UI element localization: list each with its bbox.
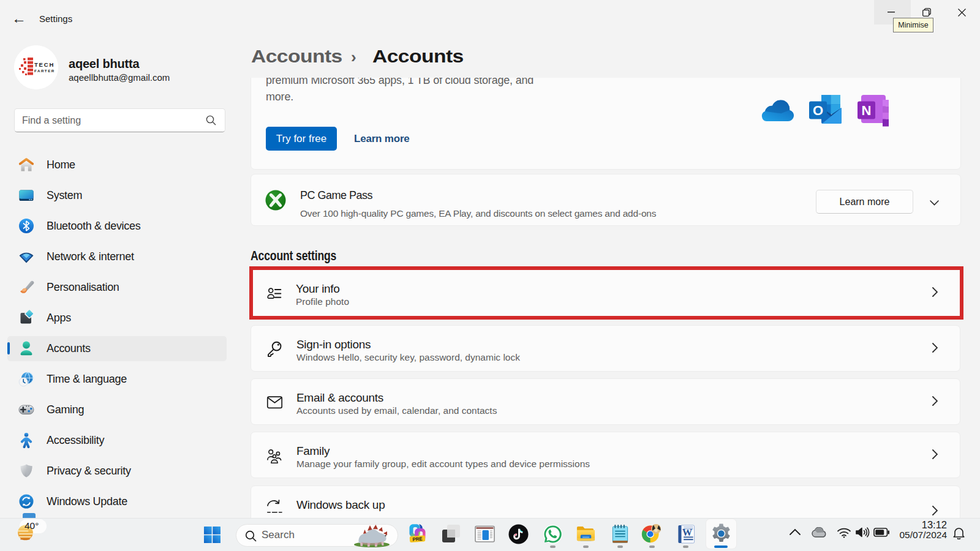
svg-text:N: N (862, 103, 872, 118)
svg-text:PRE: PRE (412, 536, 423, 542)
svg-text:FARTER: FARTER (34, 69, 55, 73)
svg-text:TECH: TECH (34, 61, 55, 68)
svg-text:W: W (682, 527, 693, 538)
svg-text:O: O (813, 103, 823, 118)
